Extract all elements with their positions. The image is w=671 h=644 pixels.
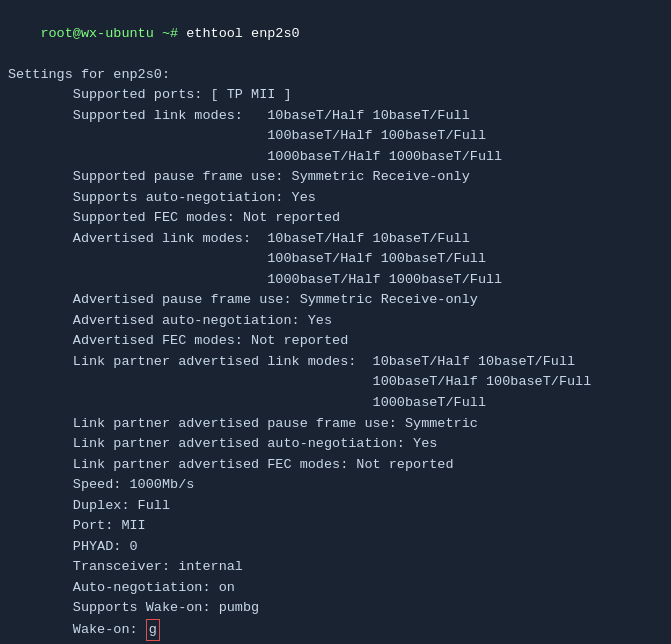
line-lp-auto-neg: Link partner advertised auto-negotiation… (8, 434, 663, 455)
line-supports-auto-neg: Supports auto-negotiation: Yes (8, 188, 663, 209)
line-lp-fec: Link partner advertised FEC modes: Not r… (8, 455, 663, 476)
line-advertised-link-2: 100baseT/Half 100baseT/Full (8, 249, 663, 270)
line-lp-link-3: 1000baseT/Full (8, 393, 663, 414)
terminal-content: Settings for enp2s0: Supported ports: [ … (0, 65, 671, 644)
line-advertised-pause: Advertised pause frame use: Symmetric Re… (8, 290, 663, 311)
line-transceiver: Transceiver: internal (8, 557, 663, 578)
line-advertised-link-1: Advertised link modes: 10baseT/Half 10ba… (8, 229, 663, 250)
terminal-window: root@wx-ubuntu ~# ethtool enp2s0 Setting… (0, 0, 671, 644)
line-advertised-fec: Advertised FEC modes: Not reported (8, 331, 663, 352)
line-supports-wake-on: Supports Wake-on: pumbg (8, 598, 663, 619)
line-port: Port: MII (8, 516, 663, 537)
line-supported-link-2: 100baseT/Half 100baseT/Full (8, 126, 663, 147)
line-settings-header: Settings for enp2s0: (8, 65, 663, 86)
line-lp-pause: Link partner advertised pause frame use:… (8, 414, 663, 435)
wake-on-label: Wake-on: (73, 622, 146, 637)
line-supported-fec: Supported FEC modes: Not reported (8, 208, 663, 229)
line-supported-pause: Supported pause frame use: Symmetric Rec… (8, 167, 663, 188)
line-auto-neg: Auto-negotiation: on (8, 578, 663, 599)
command: ethtool enp2s0 (186, 26, 299, 41)
line-advertised-link-3: 1000baseT/Half 1000baseT/Full (8, 270, 663, 291)
line-speed: Speed: 1000Mb/s (8, 475, 663, 496)
line-phyad: PHYAD: 0 (8, 537, 663, 558)
prompt: root@wx-ubuntu (40, 26, 153, 41)
line-supported-link-3: 1000baseT/Half 1000baseT/Full (8, 147, 663, 168)
separator: ~# (154, 26, 186, 41)
line-duplex: Duplex: Full (8, 496, 663, 517)
line-advertised-auto-neg: Advertised auto-negotiation: Yes (8, 311, 663, 332)
line-supported-link-1: Supported link modes: 10baseT/Half 10bas… (8, 106, 663, 127)
title-bar: root@wx-ubuntu ~# ethtool enp2s0 (0, 4, 671, 65)
line-lp-link-2: 100baseT/Half 100baseT/Full (8, 372, 663, 393)
line-supported-ports: Supported ports: [ TP MII ] (8, 85, 663, 106)
line-wake-on: Wake-on: g (8, 619, 663, 642)
line-lp-link-1: Link partner advertised link modes: 10ba… (8, 352, 663, 373)
wake-on-value-highlighted: g (146, 619, 160, 642)
